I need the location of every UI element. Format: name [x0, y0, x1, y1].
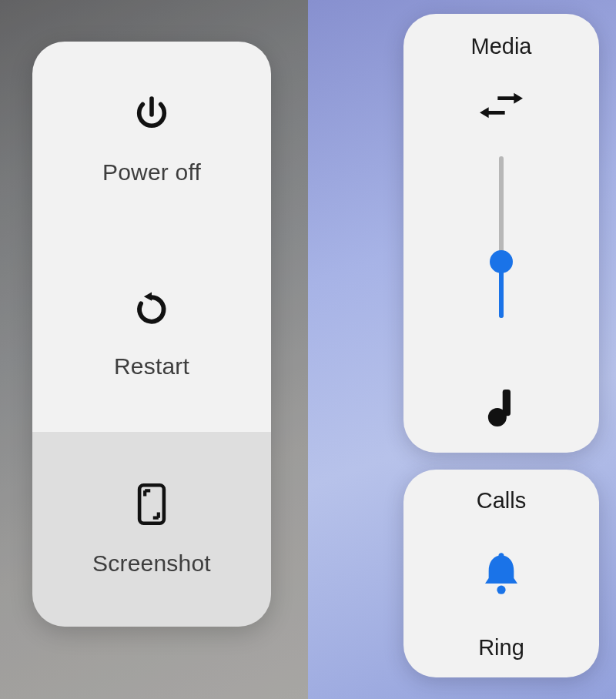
restart-button[interactable]: Restart: [32, 236, 271, 431]
restart-icon: [131, 289, 172, 330]
svg-point-3: [497, 586, 505, 594]
power-menu-panel: Power off Restart Screenshot: [32, 42, 271, 627]
svg-point-2: [488, 408, 507, 426]
media-volume-card: Media: [403, 14, 599, 453]
bell-icon[interactable]: [480, 549, 523, 600]
power-off-button[interactable]: Power off: [32, 42, 271, 236]
calls-volume-card: Calls Ring: [403, 470, 599, 677]
power-off-label: Power off: [102, 159, 201, 186]
slider-thumb[interactable]: [490, 250, 513, 273]
output-switch-icon[interactable]: [480, 89, 523, 125]
power-menu-backdrop: Power off Restart Screenshot: [0, 0, 308, 699]
media-title: Media: [471, 34, 532, 59]
power-icon: [130, 93, 173, 136]
volume-backdrop: Media Calls Ring: [308, 0, 616, 699]
svg-rect-0: [139, 486, 164, 523]
screenshot-label: Screenshot: [92, 550, 211, 577]
media-stream-icon[interactable]: [485, 366, 517, 430]
calls-title: Calls: [477, 488, 526, 513]
screenshot-button[interactable]: Screenshot: [32, 432, 271, 627]
calls-mode-label: Ring: [478, 635, 524, 661]
screenshot-icon: [135, 481, 169, 527]
restart-label: Restart: [114, 353, 189, 380]
media-volume-slider[interactable]: [486, 156, 517, 318]
